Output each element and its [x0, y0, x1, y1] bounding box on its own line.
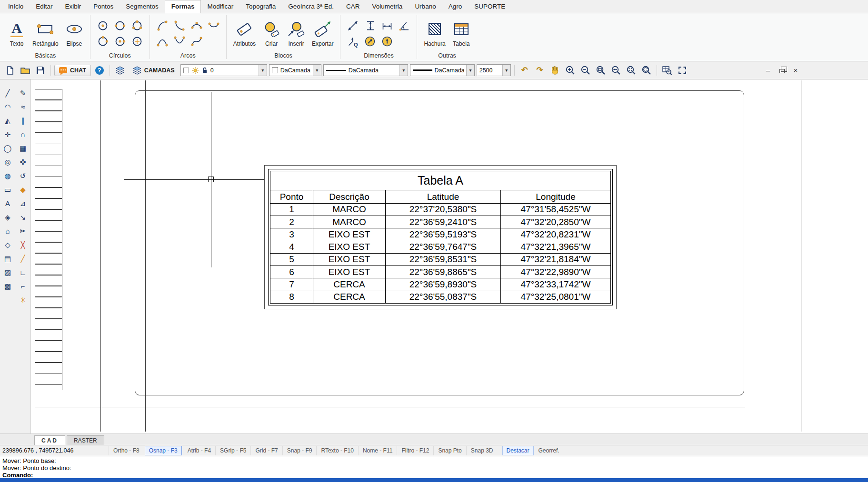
close-button[interactable]: × [789, 65, 802, 76]
minimize-button[interactable]: – [762, 65, 774, 76]
arc-3point-button[interactable] [155, 18, 170, 33]
tab-raster[interactable]: RASTER [67, 435, 104, 445]
scale-icon[interactable]: ↘ [17, 211, 29, 223]
new-file-button[interactable] [3, 64, 17, 77]
zoom-in-button[interactable] [564, 64, 577, 77]
redo-button[interactable]: ↷ [533, 64, 547, 77]
toggle-destacar[interactable]: Destacar [502, 446, 534, 455]
zoom-window-button[interactable] [594, 64, 608, 77]
menu-tab-urbano[interactable]: Urbano [409, 0, 442, 13]
table-zoom-button[interactable] [660, 64, 674, 77]
menu-tab-car[interactable]: CAR [340, 0, 366, 13]
inserir-bloco-button[interactable]: Inserir [285, 19, 307, 48]
polygon-icon[interactable]: ⌂ [1, 225, 14, 237]
arc-peak-button[interactable] [155, 34, 170, 49]
diamond-icon[interactable]: ◆ [17, 184, 29, 196]
help-button[interactable]: ? [93, 64, 106, 77]
toggle-grid[interactable]: Grid - F7 [250, 446, 282, 455]
divide-icon[interactable]: ╱ [17, 253, 29, 265]
circle-3point-button[interactable] [130, 18, 145, 33]
toggle-snap[interactable]: Snap - F9 [282, 446, 317, 455]
toggle-rtexto[interactable]: RTexto - F10 [316, 446, 358, 455]
text-icon[interactable]: A [1, 197, 14, 209]
menu-tab-formas[interactable]: Formas [165, 0, 201, 13]
circle-radius-point-button[interactable] [112, 34, 128, 49]
menu-tab-volumetria[interactable]: Volumetria [366, 0, 409, 13]
menu-tab-topografia[interactable]: Topografia [239, 0, 282, 13]
rectangle-icon[interactable]: ▭ [1, 184, 14, 196]
toggle-filtro[interactable]: Filtro - F12 [397, 446, 433, 455]
ellipse-icon[interactable]: ◍ [1, 170, 14, 182]
command-prompt[interactable]: Comando: [2, 472, 866, 479]
menu-tab-editar[interactable]: Editar [30, 0, 59, 13]
sheet-icon[interactable]: ▤ [1, 253, 14, 265]
rotate-icon[interactable]: ↺ [17, 170, 29, 182]
menu-tab-agro[interactable]: Agro [442, 0, 469, 13]
toggle-atrib[interactable]: Atrib - F4 [183, 446, 215, 455]
save-file-button[interactable] [34, 64, 47, 77]
sketch-icon[interactable]: ✎ [17, 87, 29, 99]
camadas-button[interactable]: CAMADAS [129, 64, 179, 77]
arc-s-curve-button[interactable] [189, 34, 204, 49]
roof-icon[interactable]: ∩ [17, 128, 29, 140]
corner-icon[interactable]: ∟ [17, 266, 29, 278]
toggle-sgrip[interactable]: SGrip - F5 [215, 446, 250, 455]
move-icon[interactable]: ✛ [1, 128, 14, 140]
table-a-entity[interactable]: Tabela A Ponto Descrição Latitude Longit… [264, 165, 617, 309]
menu-tab-inicio[interactable]: Início [2, 0, 30, 13]
line-icon[interactable]: ╱ [1, 87, 14, 99]
toggle-nome[interactable]: Nome - F11 [358, 446, 397, 455]
menu-tab-geoincra[interactable]: GeoIncra 3ª Ed. [282, 0, 340, 13]
circle-tangent-button[interactable] [95, 34, 110, 49]
dim-leader-button[interactable]: Q [345, 34, 360, 49]
arc-half-up-button[interactable] [189, 18, 204, 33]
toggle-georref[interactable]: Georref. [534, 446, 564, 455]
spline-icon[interactable]: ≈ [17, 101, 29, 113]
fullscreen-button[interactable] [676, 64, 689, 77]
retangulo-button[interactable]: Retângulo [30, 19, 60, 48]
drawing-canvas[interactable]: Tabela A Ponto Descrição Latitude Longit… [31, 79, 868, 433]
circle-center-button[interactable] [95, 18, 110, 33]
menu-tab-exibir[interactable]: Exibir [59, 0, 88, 13]
dim-north-button[interactable] [379, 34, 395, 49]
arc-icon[interactable]: ◠ [1, 101, 14, 113]
toggle-ortho[interactable]: Ortho - F8 [109, 446, 144, 455]
tag-icon[interactable]: ◈ [1, 211, 14, 223]
exportar-bloco-button[interactable]: Exportar [310, 19, 335, 48]
pan-cross-icon[interactable]: ✜ [17, 156, 29, 168]
menu-tab-segmentos[interactable]: Segmentos [120, 0, 164, 13]
vertex-icon[interactable]: ◇ [1, 239, 14, 251]
toggle-snap-3d[interactable]: Snap 3D [466, 446, 498, 455]
pan-button[interactable] [549, 64, 562, 77]
grid-icon[interactable]: ▦ [17, 142, 29, 154]
tab-cad[interactable]: CAD [34, 435, 65, 445]
zoom-extents-button[interactable] [625, 64, 638, 77]
lineweight-dropdown[interactable]: DaCamada▾ [410, 64, 475, 76]
donut-icon[interactable]: ◎ [1, 156, 14, 168]
texto-button[interactable]: A Texto [6, 19, 28, 48]
chat-button[interactable]: CHAT [54, 65, 91, 76]
open-file-button[interactable] [19, 64, 32, 77]
layer-dropdown[interactable]: 0 ▾ [180, 64, 267, 76]
break-icon[interactable]: ╳ [17, 239, 29, 251]
mirror-icon[interactable]: ◭ [1, 115, 14, 127]
offset-icon[interactable]: ∥ [17, 115, 29, 127]
measure-icon[interactable]: ⊿ [17, 197, 29, 209]
explode-icon[interactable]: ✳ [17, 294, 29, 306]
arc-valley-button[interactable] [172, 34, 187, 49]
zoom-scale-button[interactable] [609, 64, 623, 77]
menu-tab-modificar[interactable]: Modificar [201, 0, 239, 13]
elipse-button[interactable]: Elipse [63, 19, 85, 48]
zoom-out-button[interactable] [579, 64, 592, 77]
menu-tab-suporte[interactable]: SUPORTE [468, 0, 511, 13]
dim-vertical-button[interactable] [362, 18, 378, 33]
hatch2-icon[interactable]: ▩ [1, 280, 14, 292]
circle-cross-button[interactable] [130, 34, 145, 49]
menu-tab-pontos[interactable]: Pontos [87, 0, 120, 13]
circle-icon[interactable]: ◯ [1, 142, 14, 154]
atributos-button[interactable]: Atributos [231, 19, 258, 48]
trim-icon[interactable]: ✂ [17, 225, 29, 237]
circle-2point-button[interactable] [112, 18, 128, 33]
undo-button[interactable]: ↶ [518, 64, 531, 77]
dim-horizontal-button[interactable] [379, 18, 395, 33]
